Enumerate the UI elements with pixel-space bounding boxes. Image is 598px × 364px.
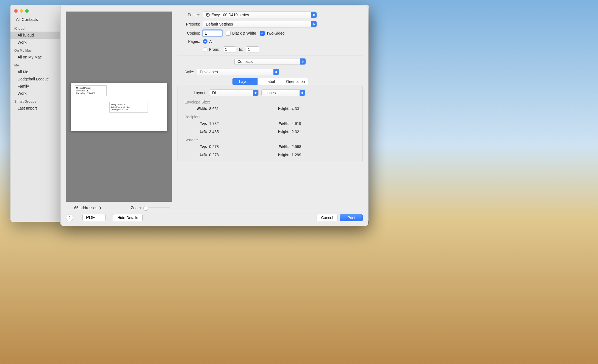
style-select[interactable]: Envelopes: [197, 69, 279, 75]
pages-to-label: to:: [239, 47, 243, 52]
printer-select-value: Envy 100 D410 series: [211, 13, 249, 17]
contacts-sidebar: All Contacts iCloud All iCloud Work On M…: [10, 5, 60, 222]
envelope-sender[interactable]: Michael Potuck 987 Main St Park City UT …: [75, 85, 107, 96]
copies-input[interactable]: [203, 30, 222, 36]
updown-icon: [300, 90, 305, 96]
sidebar-item-work-icloud[interactable]: Work: [10, 39, 60, 46]
sender-city: Park City UT 84060: [76, 92, 95, 95]
envelope-size-heading: Envelope Size:: [184, 100, 356, 104]
pages-to-input[interactable]: [246, 46, 259, 52]
printer-select[interactable]: Envy 100 D410 series: [203, 12, 317, 18]
pdf-menu-button[interactable]: PDF: [82, 214, 106, 221]
printer-label: Printer:: [178, 13, 200, 17]
recipient-name: Betsy Albertson: [111, 103, 131, 106]
sender-width-label: Width:: [267, 145, 292, 149]
sidebar-item-work-me[interactable]: Work: [10, 90, 60, 97]
sender-height-value: 1.299: [292, 153, 314, 157]
app-options-select[interactable]: Contacts: [234, 58, 306, 65]
help-button[interactable]: ?: [66, 214, 73, 221]
layout-pane: Layout: DL Inches Envelope Size: Width:: [178, 85, 363, 162]
env-height-label: Height:: [267, 107, 292, 111]
pages-all-label: All: [209, 39, 214, 44]
dialog-footer: ? PDF Hide Details Cancel Print: [66, 210, 363, 221]
app-options-select-value: Contacts: [237, 59, 253, 64]
copies-label: Copies:: [178, 31, 200, 35]
tab-label[interactable]: Label: [258, 78, 283, 85]
print-preview-column: Michael Potuck 987 Main St Park City UT …: [66, 12, 172, 210]
divider: [178, 55, 363, 55]
recipient-left-value: 3.465: [209, 130, 231, 134]
recipient-top-value: 1.732: [209, 121, 231, 126]
black-white-label: Black & White: [232, 31, 256, 35]
pdf-menu-label: PDF: [86, 215, 95, 220]
sidebar-section-smart-groups: Smart Groups: [10, 97, 60, 105]
close-button[interactable]: [14, 9, 18, 13]
env-width-label: Width:: [184, 107, 209, 111]
black-white-checkbox[interactable]: [226, 31, 231, 36]
presets-label: Presets:: [178, 22, 200, 26]
envelope-layout-select[interactable]: DL: [209, 89, 259, 96]
sidebar-item-dodgeball-league[interactable]: Dodgeball League: [10, 75, 60, 83]
hide-details-button[interactable]: Hide Details: [113, 214, 143, 221]
envelope-layout-value: DL: [212, 91, 217, 95]
tab-orientation[interactable]: Orientation: [283, 78, 308, 85]
env-height-value: 4.331: [292, 107, 314, 111]
layout-tabs: Layout Label Orientation: [232, 78, 308, 85]
updown-icon: [311, 21, 317, 27]
print-button[interactable]: Print: [340, 214, 363, 221]
updown-icon: [253, 90, 258, 96]
zoom-label: Zoom:: [131, 206, 142, 210]
recipient-width-value: 4.919: [292, 121, 314, 126]
window-controls: [10, 7, 60, 13]
recipient-city: Chicago IL 60123: [111, 108, 131, 111]
sender-height-label: Height:: [267, 153, 292, 157]
presets-select[interactable]: Default Settings: [203, 21, 317, 27]
tab-layout[interactable]: Layout: [232, 78, 258, 85]
env-width-value: 8.661: [209, 107, 231, 111]
recipient-height-label: Height:: [267, 130, 292, 134]
sender-left-label: Left:: [184, 153, 209, 157]
sidebar-all-contacts[interactable]: All Contacts: [10, 13, 60, 24]
presets-select-value: Default Settings: [206, 22, 233, 26]
sender-top-label: Top:: [184, 145, 209, 149]
units-select[interactable]: Inches: [261, 89, 305, 96]
recipient-height-value: 2.321: [292, 130, 314, 134]
sidebar-item-last-import[interactable]: Last Import: [10, 105, 60, 112]
sender-top-value: 0.278: [209, 144, 231, 149]
pages-all-radio[interactable]: [203, 39, 207, 44]
sender-width-value: 2.598: [292, 144, 314, 149]
sender-street: 987 Main St: [76, 89, 95, 92]
pages-label: Pages:: [178, 39, 200, 44]
sidebar-section-me: Me: [10, 61, 60, 68]
printer-status-icon: [206, 13, 210, 17]
chevron-down-icon: [95, 215, 100, 220]
recipient-heading: Recipient:: [184, 115, 356, 119]
sender-name: Michael Potuck: [76, 87, 95, 89]
preview-count: 65 addresses (): [74, 206, 101, 210]
two-sided-label: Two-Sided: [266, 31, 284, 35]
updown-icon: [300, 58, 306, 65]
sidebar-item-all-on-my-mac[interactable]: All on My Mac: [10, 54, 60, 61]
sidebar-item-all-icloud[interactable]: All iCloud: [10, 32, 60, 39]
zoom-button[interactable]: [25, 9, 29, 13]
print-dialog: Michael Potuck 987 Main St Park City UT …: [60, 6, 368, 226]
pages-from-label: From:: [209, 47, 219, 52]
cancel-button[interactable]: Cancel: [317, 214, 338, 221]
sidebar-section-icloud: iCloud: [10, 24, 60, 32]
sidebar-item-family[interactable]: Family: [10, 83, 60, 90]
zoom-slider-thumb[interactable]: [143, 206, 148, 211]
envelope-recipient[interactable]: Betsy Albertson 1423 Pineapple Ave Chica…: [109, 102, 148, 113]
minimize-button[interactable]: [20, 9, 23, 13]
sidebar-item-all-me[interactable]: All Me: [10, 68, 60, 75]
pages-from-input[interactable]: [223, 46, 236, 52]
updown-icon: [273, 69, 279, 75]
two-sided-checkbox[interactable]: ✓: [260, 31, 265, 36]
pages-range-radio[interactable]: [203, 47, 207, 52]
style-label: Style:: [178, 70, 194, 74]
zoom-slider[interactable]: [144, 208, 170, 208]
style-select-value: Envelopes: [200, 70, 218, 74]
print-preview-stage: Michael Potuck 987 Main St Park City UT …: [66, 12, 172, 202]
recipient-width-label: Width:: [267, 122, 292, 125]
envelope-preview: Michael Potuck 987 Main St Park City UT …: [71, 83, 167, 131]
units-select-value: Inches: [264, 91, 276, 95]
